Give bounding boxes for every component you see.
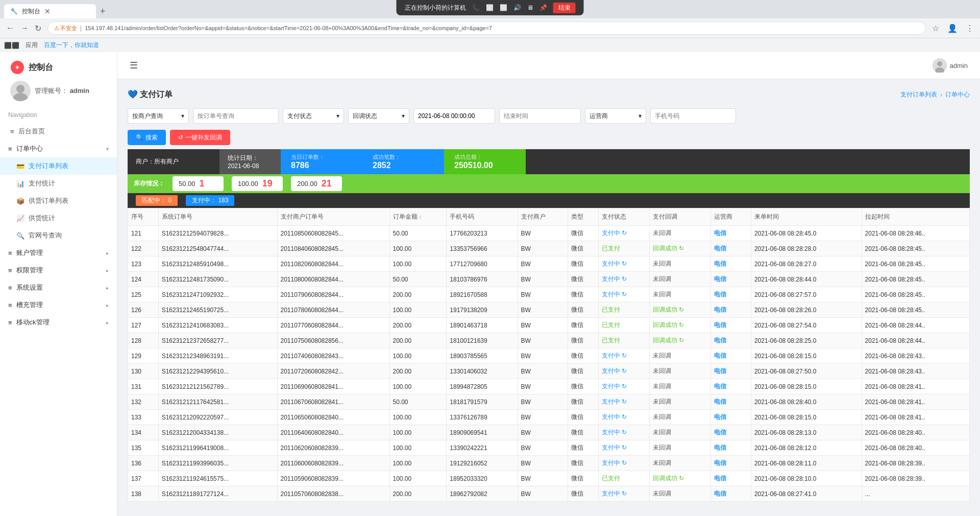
phone-input[interactable] [650,108,736,124]
remote-end-button[interactable]: 结束 [553,3,576,13]
sidebar-item-backend-home[interactable]: ≡ 后台首页 [0,123,117,140]
end-time-input[interactable] [499,108,581,124]
supply-list-icon: 📦 [16,197,24,205]
col-amount[interactable]: 订单金额 ↕ [389,208,447,226]
cell-order-time: 2021-06-08 08:28:15.0 [751,379,862,394]
breadcrumb-current[interactable]: 订单中心 [945,90,970,99]
cell-operator: 电信 [710,410,751,425]
cell-callback: 未回调 [650,272,711,287]
sidebar-item-payment-list[interactable]: 💳 支付订单列表 [0,157,117,175]
cell-type: 微信 [568,302,598,318]
start-time-input[interactable] [413,108,495,124]
cell-amount: 100.00 [389,440,447,456]
sidebar-item-supply-stats[interactable]: 📈 供货统计 [0,209,117,227]
merchant-filter[interactable]: 按商户查询 ▾ [128,108,189,124]
remote-banner-text: 正在控制小荷的计算机 [405,4,466,12]
sidebar-item-payment-stats[interactable]: 📊 支付统计 [0,175,117,192]
forward-button[interactable]: → [18,22,31,34]
cell-seq: 136 [128,456,159,471]
breadcrumb-list[interactable]: 支付订单列表 [900,90,937,99]
cell-pay-order: 20110720608082842... [277,364,389,379]
status-paying-badge: 支付中： 183 [186,195,234,206]
cell-type: 微信 [568,410,598,425]
cell-pay-status: 支付中 ↻ [598,272,649,287]
callback-status-dropdown-icon: ▾ [402,112,405,120]
cell-phone: 18994872805 [447,379,518,394]
sidebar-item-order-center[interactable]: ≡ 订单中心 ▾ [0,140,117,157]
reload-button[interactable]: ↻ [33,22,43,34]
bookmark-button[interactable]: ☆ [930,22,941,34]
cell-merchant: BW [518,440,568,456]
cell-order-time: 2021-06-08 08:28:15.0 [751,410,862,425]
sidebar-item-mobile-ck-mgmt[interactable]: ≡ 移动ck管理 ▸ [0,314,117,331]
cell-pull-time: 2021-06-08 08:28:40.. [862,425,969,440]
cell-amount: 200.00 [389,486,447,502]
permission-expand-arrow: ▸ [106,268,109,273]
today-orders-value: 8786 [291,161,352,170]
sidebar-item-supply-list[interactable]: 📦 供货订单列表 [0,192,117,209]
col-type: 类型 [568,208,598,226]
page-body: 💙 支付订单 支付订单列表 › 订单中心 按商户查询 ▾ 支付状态 ▾ [117,79,980,512]
inventory-bar: 库存情况： 50.00 1 100.00 19 200.00 21 [128,174,970,193]
new-tab-button[interactable]: + [96,4,110,18]
cell-sys-order: S16231212465190725... [158,302,277,318]
cell-order-time: 2021-06-08 08:28:10.0 [751,471,862,486]
table-container: 序号 系统订单号 支付商户订单号 订单金额 ↕ 手机号码 支付商户 类型 支付状… [128,208,970,502]
table-row: 126 S16231212465190725... 20110780608082… [128,302,970,318]
status-bar: 匹配中： 0 支付中： 183 [128,193,970,208]
menu-button[interactable]: ⋮ [964,22,976,34]
table-row: 138 S16231211891727124... 20110570608082… [128,486,970,502]
sidebar-item-account-mgmt[interactable]: ≡ 账户管理 ▸ [0,244,117,262]
cell-pull-time: 2021-06-08 08:28:45.. [862,302,969,318]
account-button[interactable]: 👤 [945,22,960,34]
cell-seq: 134 [128,425,159,440]
cell-operator: 电信 [710,226,751,241]
cell-pull-time: 2021-06-08 08:28:41.. [862,379,969,394]
cell-type: 微信 [568,425,598,440]
tab-close-button[interactable]: ✕ [44,7,51,15]
hamburger-icon[interactable]: ☰ [130,60,138,71]
stats-success-total: 成功总额： 250510.00 [444,149,526,174]
stats-bar: 商户：所有商户 统计日期： 2021-06-08 当日订单数： 8786 成功笔… [128,149,970,174]
cell-amount: 200.00 [389,287,447,302]
payment-status-label: 支付状态 [287,112,312,121]
cell-callback: 回调成功 ↻ [650,333,711,348]
cell-type: 微信 [568,226,598,241]
svg-point-3 [13,93,28,101]
cell-phone: 18100121639 [447,333,518,348]
operator-filter[interactable]: 运营商 ▾ [585,108,646,124]
cell-pay-order: 20110650608082840... [277,410,389,425]
bookmark-baidu[interactable]: 百度一下，你就知道 [44,41,99,50]
cell-pay-status: 已支付 [598,471,649,486]
cell-pull-time: 2021-06-08 08:28:39.. [862,471,969,486]
sidebar-item-system-settings[interactable]: ≡ 系统设置 ▸ [0,279,117,296]
breadcrumb: 支付订单列表 › 订单中心 [900,90,970,99]
cell-pay-order: 20110750608082856... [277,333,389,348]
payment-list-icon: 💳 [16,162,24,170]
sidebar-item-recharge-mgmt[interactable]: ≡ 槽充管理 ▸ [0,296,117,314]
table-row: 123 S16231212485910498... 20110820608082… [128,256,970,272]
callback-status-filter[interactable]: 回调状态 ▾ [348,108,409,124]
payment-status-filter[interactable]: 支付状态 ▾ [283,108,344,124]
search-button[interactable]: 🔍 搜索 [128,130,166,145]
cell-pull-time: 2021-06-08 08:28:40.. [862,440,969,456]
cell-pull-time: 2021-06-08 08:28:41.. [862,410,969,425]
sidebar-item-official-query[interactable]: 🔍 官网号查询 [0,227,117,244]
sidebar-item-permission-mgmt[interactable]: ≡ 权限管理 ▸ [0,262,117,279]
refund-button[interactable]: ↺ 一键补发回调 [170,130,230,145]
cell-pay-order: 20110620608082839... [277,440,389,456]
browser-tab[interactable]: 🔧 控制台 ✕ [4,4,96,18]
cell-order-time: 2021-06-08 08:28:13.0 [751,425,862,440]
cell-callback: 回调成功 ↻ [650,318,711,333]
cell-order-time: 2021-06-08 08:28:11.0 [751,456,862,471]
bookmark-apps[interactable]: 应用 [26,41,38,50]
cell-pay-status: 已支付 [598,333,649,348]
cell-operator: 电信 [710,440,751,456]
recharge-expand-arrow: ▸ [106,302,109,308]
address-input-bar[interactable]: ⚠ 不安全 | 154.197.48.141/admin/order/listO… [47,21,926,35]
col-phone: 手机号码 [447,208,518,226]
table-row: 130 S16231212294395610... 20110720608082… [128,364,970,379]
order-no-input[interactable] [193,108,279,124]
back-button[interactable]: ← [4,22,16,34]
operator-dropdown-icon: ▾ [639,112,642,120]
